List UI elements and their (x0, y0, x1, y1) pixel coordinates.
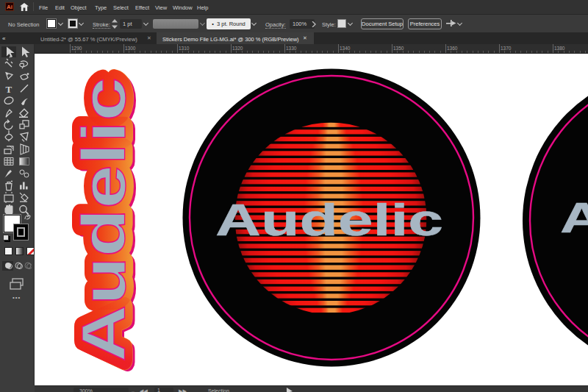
svg-text:Audelic: Audelic (69, 77, 138, 362)
svg-text:T: T (6, 84, 12, 95)
svg-text:Audelic: Audelic (560, 193, 588, 241)
svg-text:Audelic: Audelic (215, 194, 443, 245)
